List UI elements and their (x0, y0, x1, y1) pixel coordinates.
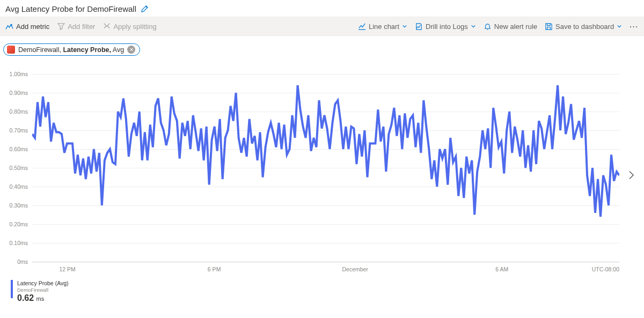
apply-splitting-label: Apply splitting (113, 23, 156, 31)
new-alert-button[interactable]: New alert rule (484, 23, 537, 31)
x-tick-label: 6 PM (208, 266, 221, 272)
legend-color-bar (11, 280, 13, 298)
chart-type-label: Line chart (369, 23, 399, 31)
chevron-down-icon (402, 24, 407, 29)
drill-logs-dropdown[interactable]: Drill into Logs (415, 23, 476, 31)
apply-splitting-button: Apply splitting (103, 23, 156, 31)
chart-container: 0ms0.10ms0.20ms0.30ms0.40ms0.50ms0.60ms0… (5, 74, 639, 278)
legend-series-name: Latency Probe (Avg) (17, 280, 69, 287)
metric-pill-row: DemoFirewall, Latency Probe, Avg ✕ (0, 36, 644, 58)
y-tick-label: 0.70ms (5, 127, 30, 134)
save-icon (545, 23, 553, 31)
x-tick-label: December (342, 266, 368, 272)
new-alert-label: New alert rule (494, 23, 537, 31)
metric-pill[interactable]: DemoFirewall, Latency Probe, Avg ✕ (3, 43, 140, 56)
filter-icon (57, 23, 65, 31)
pill-agg: Avg (113, 46, 124, 54)
save-dashboard-label: Save to dashboard (555, 23, 614, 31)
page-title: Avg Latency Probe for DemoFirewall (5, 4, 136, 13)
alert-icon (484, 23, 492, 31)
y-tick-label: 0.90ms (5, 90, 30, 96)
legend: Latency Probe (Avg) DemoFirewall 0.62 ms (0, 278, 644, 303)
y-tick-label: 1.00ms (5, 71, 30, 77)
more-button[interactable]: ··· (630, 23, 639, 31)
legend-value: 0.62 (17, 293, 34, 302)
legend-unit: ms (36, 295, 45, 302)
split-icon (103, 23, 111, 31)
title-bar: Avg Latency Probe for DemoFirewall (0, 0, 644, 17)
y-tick-label: 0.60ms (5, 146, 30, 152)
timezone-label: UTC-08:00 (592, 266, 619, 272)
x-tick-label: 6 AM (495, 266, 508, 272)
add-metric-label: Add metric (16, 23, 49, 31)
chart-plot-area[interactable] (32, 74, 619, 262)
edit-icon[interactable] (141, 5, 149, 13)
add-metric-icon (5, 23, 13, 31)
save-dashboard-dropdown[interactable]: Save to dashboard (545, 23, 622, 31)
y-tick-label: 0.20ms (5, 221, 30, 227)
chevron-down-icon (617, 24, 622, 29)
add-metric-button[interactable]: Add metric (5, 23, 49, 31)
x-tick-label: 12 PM (59, 266, 75, 272)
firewall-icon (7, 46, 15, 54)
y-tick-label: 0.10ms (5, 240, 30, 246)
pill-resource: DemoFirewall, (18, 46, 61, 54)
gridline (32, 262, 619, 262)
pill-close-icon[interactable]: ✕ (127, 46, 135, 54)
chart-type-dropdown[interactable]: Line chart (358, 23, 407, 31)
logs-icon (415, 23, 423, 31)
y-tick-label: 0.50ms (5, 165, 30, 171)
scroll-right-arrow[interactable] (628, 170, 634, 182)
chevron-down-icon (471, 24, 476, 29)
legend-resource: DemoFirewall (17, 287, 69, 293)
y-tick-label: 0.80ms (5, 108, 30, 115)
pill-metric: Latency Probe, (63, 46, 111, 54)
y-tick-label: 0.40ms (5, 183, 30, 190)
y-tick-label: 0ms (5, 258, 30, 265)
add-filter-button: Add filter (57, 23, 95, 31)
chart-line (32, 85, 619, 217)
drill-logs-label: Drill into Logs (426, 23, 468, 31)
toolbar: Add metric Add filter Apply splitting Li… (0, 17, 644, 36)
add-filter-label: Add filter (68, 23, 95, 31)
y-tick-label: 0.30ms (5, 202, 30, 209)
line-chart-icon (358, 23, 366, 31)
